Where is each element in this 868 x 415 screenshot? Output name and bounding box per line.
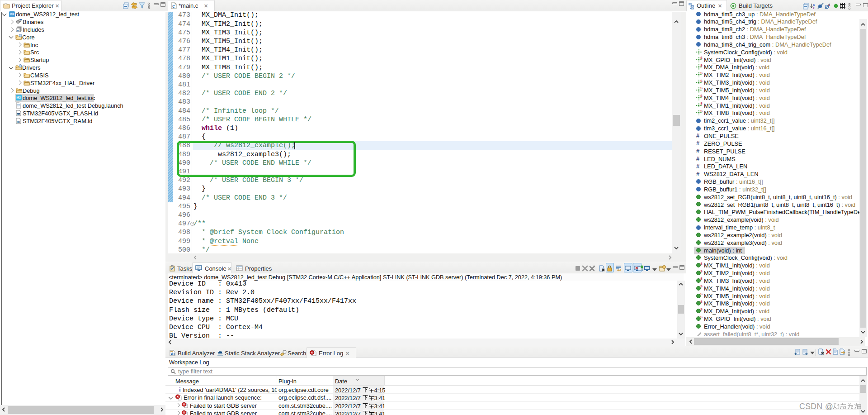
svg-text:LD: LD [17,114,20,116]
svg-text:c: c [172,4,175,9]
svg-text:LD: LD [17,121,20,124]
svg-text:z: z [813,6,815,10]
svg-text:a: a [813,3,815,6]
